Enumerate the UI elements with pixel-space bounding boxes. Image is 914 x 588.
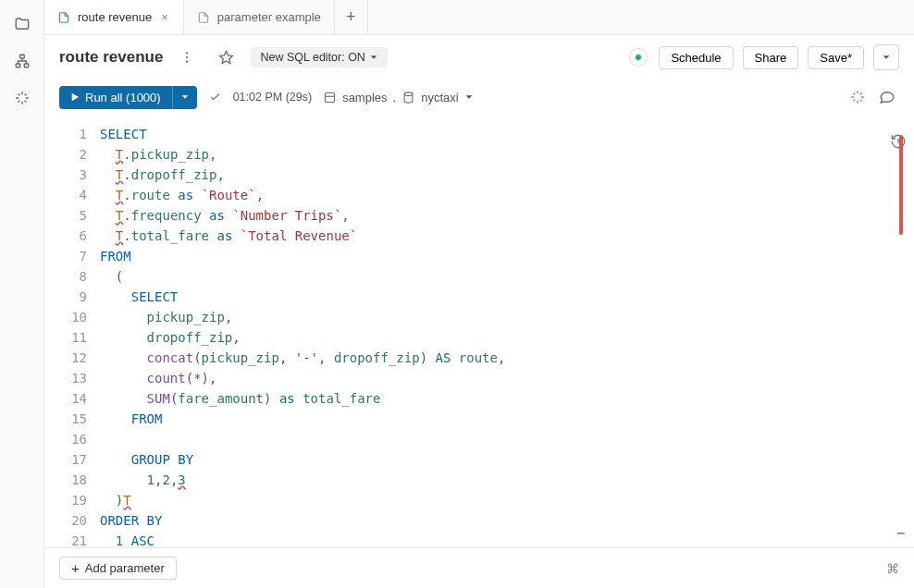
code-line[interactable]: FROM (100, 409, 914, 429)
chevron-down-icon (464, 92, 474, 102)
page-title: route revenue (59, 48, 163, 67)
history-icon[interactable] (890, 133, 907, 150)
editor-toggle-label: New SQL editor: ON (260, 51, 364, 64)
svg-rect-6 (326, 92, 335, 102)
code-line[interactable]: concat(pickup_zip, '-', dropoff_zip) AS … (100, 348, 914, 368)
run-dropdown[interactable] (172, 86, 197, 109)
footer: +Add parameter ⌘ (44, 547, 914, 588)
code-line[interactable]: count(*), (100, 368, 914, 388)
tab-bar: route revenue × parameter example + (44, 0, 914, 35)
code-line[interactable] (100, 429, 914, 449)
last-run-timestamp: 01:02 PM (29s) (233, 91, 312, 104)
close-icon[interactable]: × (159, 10, 170, 24)
code-line[interactable]: SELECT (100, 124, 914, 144)
schedule-button[interactable]: Schedule (659, 46, 733, 69)
svg-point-5 (186, 61, 188, 63)
favorite-button[interactable] (211, 44, 241, 70)
code-line[interactable]: dropoff_zip, (100, 327, 914, 348)
error-marker (899, 135, 903, 235)
assistant-sparkle-icon[interactable] (849, 89, 866, 105)
code-line[interactable]: SELECT (100, 287, 914, 307)
run-all-button[interactable]: Run all (1000) (59, 86, 172, 109)
code-line[interactable]: 1,2,3 (100, 470, 914, 490)
catalog-icon (323, 91, 337, 104)
chevron-down-icon (180, 92, 190, 102)
svg-rect-2 (24, 64, 29, 67)
new-tab-button[interactable]: + (335, 0, 368, 34)
share-button[interactable]: Share (743, 46, 799, 69)
code-line[interactable]: ORDER BY (100, 510, 914, 531)
schema-icon (401, 91, 415, 104)
code-line[interactable]: FROM (100, 246, 914, 266)
svg-point-4 (186, 56, 188, 58)
comment-icon[interactable] (879, 89, 895, 105)
left-rail (0, 0, 44, 588)
tab-label: route revenue (78, 10, 152, 24)
code-line[interactable]: SUM(fare_amount) as total_fare (100, 388, 914, 409)
toolbar: Run all (1000) 01:02 PM (29s) samples . … (44, 80, 914, 120)
tab-parameter-example[interactable]: parameter example (184, 0, 335, 34)
code-line[interactable]: )T (100, 490, 914, 510)
editor-wrap: 123456789101112131415161718192021 SELECT… (44, 120, 914, 547)
code-line[interactable]: GROUP BY (100, 449, 914, 470)
add-parameter-label: Add parameter (85, 561, 165, 575)
save-button[interactable]: Save* (808, 46, 864, 69)
code-line[interactable]: pickup_zip, (100, 307, 914, 327)
folder-icon[interactable] (13, 15, 31, 33)
run-label: Run all (1000) (85, 91, 161, 104)
schema-name: nyctaxi (421, 91, 458, 104)
schema-icon[interactable] (13, 52, 31, 70)
tab-label: parameter example (217, 10, 321, 24)
code-line[interactable]: ( (100, 266, 914, 287)
code-line[interactable]: T.dropoff_zip, (100, 165, 914, 185)
sql-editor[interactable]: 123456789101112131415161718192021 SELECT… (44, 120, 914, 547)
save-dropdown[interactable] (873, 44, 899, 70)
line-gutter: 123456789101112131415161718192021 (44, 124, 100, 544)
tab-route-revenue[interactable]: route revenue × (44, 0, 184, 34)
chevron-down-icon (369, 53, 378, 62)
header: route revenue New SQL editor: ON Schedul… (44, 35, 914, 80)
code-line[interactable]: T.route as `Route`, (100, 185, 914, 205)
code-area[interactable]: SELECT T.pickup_zip, T.dropoff_zip, T.ro… (100, 124, 914, 544)
sql-file-icon (57, 11, 70, 24)
svg-point-3 (186, 52, 188, 54)
code-line[interactable]: T.frequency as `Number Trips`, (100, 205, 914, 226)
code-line[interactable]: T.total_fare as `Total Revenue` (100, 226, 914, 246)
svg-point-7 (404, 92, 413, 95)
keyboard-shortcut-icon[interactable]: ⌘ (886, 561, 899, 576)
add-parameter-button[interactable]: +Add parameter (59, 557, 177, 580)
status-indicator[interactable] (635, 54, 642, 61)
svg-rect-1 (16, 64, 20, 67)
catalog-name: samples (342, 91, 387, 104)
editor-toggle[interactable]: New SQL editor: ON (251, 47, 387, 67)
kebab-menu-button[interactable] (172, 44, 202, 70)
assistant-icon[interactable] (13, 89, 31, 107)
plus-icon: + (71, 561, 80, 575)
code-line[interactable]: T.pickup_zip, (100, 144, 914, 165)
fold-marker-icon[interactable]: − (896, 525, 905, 542)
chevron-down-icon (882, 53, 891, 62)
check-icon (208, 91, 222, 104)
sql-file-icon (197, 11, 210, 24)
play-icon (70, 92, 80, 102)
svg-rect-0 (19, 55, 24, 58)
catalog-selector[interactable]: samples . nyctaxi (323, 91, 474, 104)
code-line[interactable]: 1 ASC (100, 531, 914, 547)
